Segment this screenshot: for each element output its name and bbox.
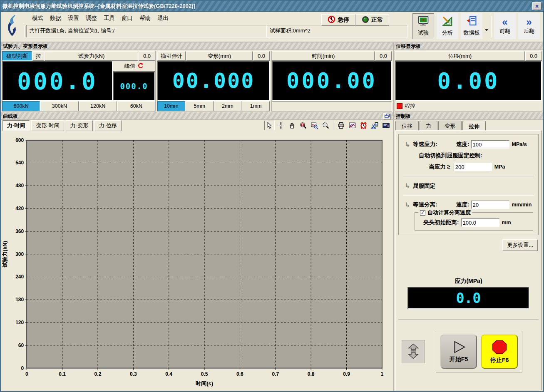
force-deform-display-panel: 试验力、变形显示板 破型判断 拉 试验力(kN) 0.0 000.0 xyxy=(1,42,394,112)
curve-settings-icon[interactable] xyxy=(347,121,358,130)
force-range-300kN[interactable]: 300kN xyxy=(40,101,78,111)
menu-item-2[interactable]: 设置 xyxy=(65,13,82,23)
control-tabs: 位移力变形拉伸 xyxy=(394,120,543,130)
curve-tab-2[interactable]: 力-变形 xyxy=(66,120,93,131)
normal-state-button[interactable]: 正常 xyxy=(355,14,389,26)
x-axis-label: 时间(s) xyxy=(196,380,213,387)
curve-tab-1[interactable]: 变形-时间 xyxy=(31,120,64,131)
force-range-120kN[interactable]: 120kN xyxy=(79,101,117,111)
display-panels-row: 试验力、变形显示板 破型判断 拉 试验力(kN) 0.0 000.0 xyxy=(1,42,543,112)
data-panel-label: 数据板 xyxy=(464,29,480,37)
page-prev-button[interactable]: « 前翻 xyxy=(494,13,516,39)
control-panel: 控制板 位移力变形拉伸 ↳ 等速应力: 速度: MPa/s 自动切换到屈服固定控… xyxy=(394,112,543,391)
separator-line xyxy=(403,176,534,177)
force-range-60kN[interactable]: 60kN xyxy=(117,101,155,111)
when-stress-row: 当应力 ≥ MPa xyxy=(429,163,535,171)
data-monitor-icon[interactable] xyxy=(381,121,391,130)
start-stop-frame: 开始F5 停止F6 xyxy=(436,331,522,372)
normal-led-icon xyxy=(362,16,369,25)
grip-distance-unit: mm xyxy=(502,220,511,226)
stop-button[interactable]: 停止F6 xyxy=(481,335,518,369)
peak-refresh-icon[interactable] xyxy=(137,62,144,70)
close-button[interactable]: × xyxy=(532,2,542,10)
chevrons-left-icon: « xyxy=(502,18,507,26)
sep-speed-label: 速度: xyxy=(456,201,469,208)
force-range-600kN[interactable]: 600kN xyxy=(2,101,40,111)
control-tab-2[interactable]: 变形 xyxy=(438,121,462,130)
when-stress-input[interactable] xyxy=(454,163,492,171)
deform-value-display: 00.000 xyxy=(157,61,270,101)
pointer-tool-icon[interactable] xyxy=(264,121,275,130)
grip-distance-label: 夹头初始距离: xyxy=(423,219,459,226)
curve-tab-toolbar: 力-时间变形-时间力-变形力-位移 xyxy=(1,120,393,131)
timer-clock-icon[interactable] xyxy=(358,121,369,130)
extensometer-button[interactable]: 摘引伸计 xyxy=(157,51,186,61)
time-bottom-bar xyxy=(272,101,392,111)
x-tick-label: 0.7 xyxy=(272,371,279,377)
y-tick-label: 480 xyxy=(15,183,24,189)
analysis-mode-button[interactable]: 分析 xyxy=(437,13,458,39)
x-tick-label: 0.5 xyxy=(201,371,208,377)
time-value-display: 000.00 xyxy=(272,61,392,101)
stress-speed-input[interactable] xyxy=(471,140,509,149)
control-tab-1[interactable]: 力 xyxy=(420,121,437,130)
control-tab-3[interactable]: 拉伸 xyxy=(462,121,486,130)
const-stress-row: ↳ 等速应力: 速度: MPa/s xyxy=(402,140,535,149)
chart-area: 00.10.20.30.40.50.60.70.80.9106012018024… xyxy=(1,131,393,391)
x-tick-label: 0.1 xyxy=(59,371,66,377)
deform-range-10mm[interactable]: 10mm xyxy=(157,101,185,111)
pan-hand-tool-icon[interactable] xyxy=(287,121,297,130)
start-button[interactable]: 开始F5 xyxy=(440,335,477,369)
data-panel-dropdown-arrow[interactable] xyxy=(485,29,488,31)
deform-range-1mm[interactable]: 1mm xyxy=(242,101,270,111)
x-tick-label: 0.2 xyxy=(94,371,102,377)
zoom-out-tool-icon[interactable] xyxy=(320,121,331,130)
zoom-select-tool-icon[interactable] xyxy=(298,121,308,130)
program-control-label: 程控 xyxy=(405,102,415,110)
status-data-info: 共打开数据1条, 当前位置为1, 编号:/ xyxy=(26,25,267,37)
curve-tab-0[interactable]: 力-时间 xyxy=(2,120,30,131)
menu-item-6[interactable]: 帮助 xyxy=(136,13,154,23)
toolbar-area: 模式数据设置调整工具窗口帮助退出 共打开数据1条, 当前位置为1, 编号:/ 试… xyxy=(1,12,543,42)
deform-range-5mm[interactable]: 5mm xyxy=(186,101,214,111)
more-settings-button[interactable]: 更多设置... xyxy=(502,239,538,251)
separation-speed-input[interactable] xyxy=(471,201,509,209)
test-mode-button[interactable]: 试验 xyxy=(412,13,434,39)
menu-item-3[interactable]: 调整 xyxy=(82,13,100,23)
grip-distance-input[interactable] xyxy=(461,218,499,227)
menu-item-1[interactable]: 数据 xyxy=(47,13,65,23)
y-tick-label: 240 xyxy=(15,274,24,280)
app-window: 微机控制电液伺服万能试验机测控系统--[金属材料室温拉伸试验(GB/T228-2… xyxy=(0,0,544,392)
separation-label: 等速分离: xyxy=(413,201,449,208)
print-icon[interactable] xyxy=(336,121,346,130)
menu-item-4[interactable]: 工具 xyxy=(100,13,118,23)
data-panel-button[interactable]: 数据板 xyxy=(461,13,482,39)
restore-window-button[interactable] xyxy=(383,113,391,119)
break-detect-button[interactable]: 破型判断 xyxy=(2,51,32,61)
toolbar-separator xyxy=(491,15,492,37)
x-tick-label: 0.3 xyxy=(130,371,137,377)
y-tick-label: 360 xyxy=(15,228,24,234)
clip-save-icon[interactable] xyxy=(370,121,380,130)
menu-item-0[interactable]: 模式 xyxy=(29,13,47,23)
branch-arrow-icon: ↳ xyxy=(402,182,413,190)
auto-calc-checkbox[interactable]: ✓ xyxy=(420,210,425,216)
machine-state-buttons: 急停 正常 xyxy=(321,14,389,26)
jog-up-down-button[interactable] xyxy=(402,340,425,363)
peak-button[interactable]: 峰值 xyxy=(113,61,155,72)
control-tab-0[interactable]: 位移 xyxy=(395,121,419,130)
stress-display-label: 应力(MPa) xyxy=(398,278,539,285)
emergency-stop-button[interactable]: 急停 xyxy=(321,14,355,26)
separation-row: ↳ 等速分离: 速度: mm/min xyxy=(402,201,535,209)
displacement-panel-body: 位移(mm) 0.0 0.00 程控 xyxy=(394,50,543,112)
deform-range-2mm[interactable]: 2mm xyxy=(214,101,242,111)
curve-tab-3[interactable]: 力-位移 xyxy=(94,120,122,131)
y-axis-label: 试验力(kN) xyxy=(2,241,8,268)
menu-item-5[interactable]: 窗口 xyxy=(118,13,136,23)
zoom-curve-tool-icon[interactable] xyxy=(309,121,320,130)
page-next-button[interactable]: » 后翻 xyxy=(518,13,540,39)
control-settings-box: ↳ 等速应力: 速度: MPa/s 自动切换到屈服固定控制: 当应力 ≥ MPa xyxy=(398,134,539,235)
crosshair-tool-icon[interactable] xyxy=(276,121,286,130)
menu-item-7[interactable]: 退出 xyxy=(154,13,172,23)
pull-direction-button[interactable]: 拉 xyxy=(32,51,44,61)
